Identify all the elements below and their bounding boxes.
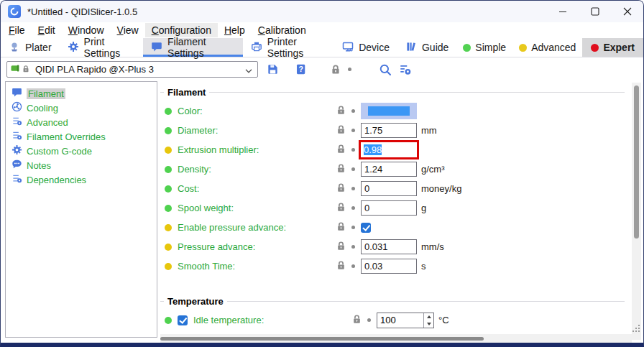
search-button[interactable] <box>379 63 392 76</box>
lock-icon[interactable] <box>336 202 346 215</box>
unit-label: mm/s <box>421 241 444 252</box>
color-swatch-button[interactable] <box>361 103 417 119</box>
minimize-button[interactable] <box>546 1 579 22</box>
sidebar-item-advanced[interactable]: Advanced <box>6 115 157 129</box>
plater-icon <box>9 41 20 55</box>
color-swatch <box>368 106 410 116</box>
group-title: Temperature <box>164 296 227 307</box>
menu-window[interactable]: Window <box>62 23 111 37</box>
tab-filament-settings[interactable]: Filament Settings <box>143 38 243 57</box>
guide-icon <box>405 41 417 55</box>
fan-icon <box>12 101 22 114</box>
density-input[interactable] <box>361 162 417 177</box>
preset-combobox[interactable]: QIDI PLA Rapido @X-Plus 3 <box>6 61 258 78</box>
modified-dot-icon <box>165 127 172 134</box>
setting-row-extrusion-multiplier: Extrusion multiplier: 0.98 <box>160 140 632 159</box>
sidebar-item-label: Custom G-code <box>27 146 92 157</box>
menu-edit[interactable]: Edit <box>32 23 62 37</box>
sidebar-item-notes[interactable]: Notes <box>6 158 157 172</box>
dot-marker-icon <box>367 318 371 322</box>
vertical-scrollbar[interactable] <box>632 83 641 340</box>
diameter-input[interactable] <box>361 123 417 138</box>
help-button[interactable]: ? <box>295 63 307 75</box>
lock-icon[interactable] <box>336 105 346 118</box>
setting-label: Spool weight: <box>178 203 234 213</box>
tab-device[interactable]: Device <box>334 38 397 57</box>
menu-help[interactable]: Help <box>218 23 252 37</box>
sliders-icon <box>12 116 22 129</box>
device-icon <box>342 41 354 55</box>
horizontal-scrollbar-thumb[interactable] <box>160 337 484 341</box>
lock-icon[interactable] <box>336 241 346 254</box>
lock-icon[interactable] <box>336 221 346 234</box>
save-preset-button[interactable] <box>267 63 279 75</box>
sidebar-item-dependencies[interactable]: Dependencies <box>6 172 157 187</box>
gear-icon <box>68 41 79 55</box>
advanced-mode-dot-icon <box>519 44 527 52</box>
lock-toggle-button[interactable] <box>330 64 341 75</box>
idle-temperature-input[interactable] <box>377 313 423 328</box>
dot-marker-icon <box>351 109 355 113</box>
modified-dot-icon <box>165 108 172 115</box>
sidebar-item-custom-gcode[interactable]: Custom G-code <box>6 144 157 158</box>
modified-dot-icon <box>165 244 172 251</box>
spinner-down-icon[interactable] <box>424 320 433 328</box>
tab-printer-settings[interactable]: Printer Settings <box>243 38 335 57</box>
idle-temperature-checkbox[interactable] <box>178 315 188 325</box>
dot-marker-icon <box>351 245 355 249</box>
menu-view[interactable]: View <box>111 23 145 37</box>
setting-row-diameter: Diameter: mm <box>160 121 632 140</box>
tab-label: Guide <box>422 42 448 53</box>
mode-label: Advanced <box>531 42 576 53</box>
sidebar-item-label: Notes <box>27 160 51 171</box>
dot-marker-icon <box>351 148 355 152</box>
extrusion-multiplier-input[interactable]: 0.98 <box>361 142 417 157</box>
mode-advanced[interactable]: Advanced <box>512 38 582 57</box>
tab-guide[interactable]: Guide <box>397 38 456 57</box>
simple-mode-dot-icon <box>463 44 471 52</box>
filament-spool-icon <box>11 63 22 76</box>
modified-dot-icon <box>165 205 172 212</box>
mode-expert[interactable]: Expert <box>582 38 643 57</box>
vertical-scrollbar-thumb[interactable] <box>634 85 639 239</box>
mode-simple[interactable]: Simple <box>456 38 512 57</box>
close-button[interactable] <box>611 1 643 22</box>
setting-label: Diameter: <box>178 125 218 136</box>
pressure-advance-input[interactable] <box>361 239 417 254</box>
menu-configuration[interactable]: Configuration <box>145 23 218 37</box>
mode-switcher: Simple Advanced Expert <box>456 38 643 57</box>
tab-label: Plater <box>25 42 52 53</box>
lock-icon[interactable] <box>336 124 346 137</box>
unit-label: mm <box>421 125 437 136</box>
resize-grip[interactable] <box>632 325 641 333</box>
lock-icon[interactable] <box>336 260 346 273</box>
sidebar-item-filament[interactable]: Filament <box>6 86 157 101</box>
setting-row-smooth-time: Smooth Time: s <box>160 256 632 276</box>
enable-pressure-advance-checkbox[interactable] <box>361 223 371 233</box>
lock-icon[interactable] <box>336 144 346 157</box>
lock-icon[interactable] <box>336 182 346 195</box>
tab-print-settings[interactable]: Print Settings <box>60 38 143 57</box>
menu-calibration[interactable]: Calibration <box>252 23 313 37</box>
smooth-time-input[interactable] <box>361 259 417 274</box>
highlight-frame: 0.98 <box>359 140 419 159</box>
maximize-button[interactable] <box>579 1 611 22</box>
spool-weight-input[interactable] <box>361 200 417 216</box>
lock-icon[interactable] <box>336 163 346 176</box>
menu-file[interactable]: File <box>2 23 32 37</box>
tab-label: Device <box>359 42 390 53</box>
cost-input[interactable] <box>361 181 417 196</box>
modified-dot-icon <box>165 263 172 270</box>
sidebar-item-filament-overrides[interactable]: Filament Overrides <box>6 129 157 144</box>
lock-icon[interactable] <box>351 314 362 327</box>
dot-marker-icon <box>351 264 355 268</box>
setting-row-color: Color: <box>160 101 632 121</box>
preset-toolbar: QIDI PLA Rapido @X-Plus 3 ? <box>1 57 643 81</box>
sidebar-item-cooling[interactable]: Cooling <box>6 101 157 115</box>
selected-text: 0.98 <box>364 144 382 155</box>
horizontal-scrollbar[interactable] <box>160 334 632 343</box>
app-window: *Untitled - QIDISlicer-1.0.5 File Edit W… <box>0 0 644 347</box>
tab-plater[interactable]: Plater <box>1 38 60 57</box>
spinner-up-icon[interactable] <box>424 313 433 320</box>
compare-presets-button[interactable] <box>399 63 412 76</box>
